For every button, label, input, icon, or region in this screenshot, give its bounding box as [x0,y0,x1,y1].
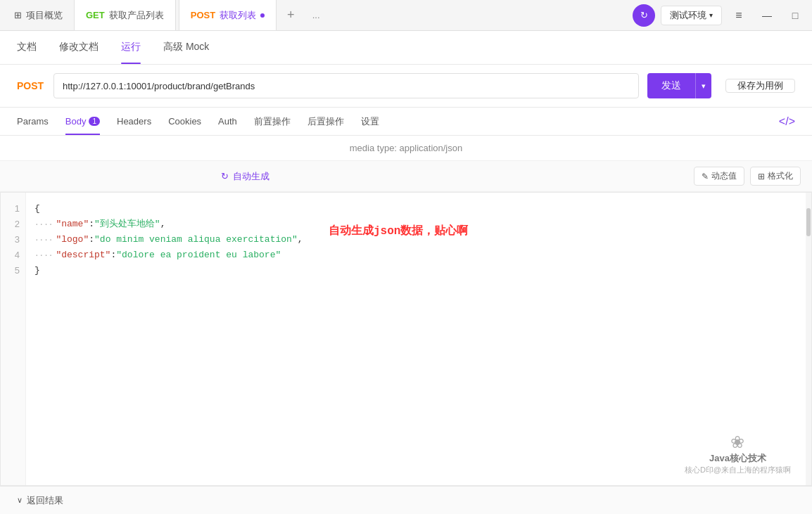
format-button[interactable]: ⊞ 格式化 [750,167,801,186]
watermark-icon: ❀ [685,432,791,452]
return-result-label: 返回结果 [27,494,63,507]
auto-gen-button[interactable]: ↻ 自动生成 [221,170,269,183]
media-type-bar: media type: application/json [0,136,812,161]
subnav-run[interactable]: 运行 [121,31,141,64]
code-toggle-icon[interactable]: </> [779,115,795,128]
line-numbers: 1 2 3 4 5 [1,193,26,485]
project-overview-tab[interactable]: ⊞ 项目概览 [6,0,71,30]
project-icon: ⊞ [14,10,22,20]
code-line-1: { [34,201,803,217]
chevron-down-icon: ▾ [709,11,713,19]
toolbar-right: ✎ 动态值 ⊞ 格式化 [694,167,801,186]
tab-auth[interactable]: Auth [218,108,237,135]
media-type-label: media type: application/json [350,143,462,153]
env-selector[interactable]: 测试环境 ▾ [661,6,722,25]
chevron-down-icon: ∨ [17,496,23,505]
dynamic-value-button[interactable]: ✎ 动态值 [694,167,744,186]
maximize-button[interactable]: □ [784,4,806,27]
bottom-bar[interactable]: ∨ 返回结果 [0,486,812,514]
minimize-button[interactable]: — [756,4,778,27]
send-button[interactable]: 发送 [647,73,695,98]
body-badge: 1 [89,117,100,126]
unsaved-dot [260,13,265,18]
tab-post-label: 获取列表 [220,9,256,22]
tab-get-method: GET [86,10,105,20]
watermark-subtitle: 核心D印@来自上海的程序猿啊 [685,465,791,475]
tab-post-op[interactable]: 后置操作 [307,108,344,135]
refresh-button[interactable]: ↻ [633,4,655,27]
tab-get-label: 获取产品列表 [109,9,164,22]
maximize-icon: □ [792,10,798,21]
url-bar: POST 发送 ▾ 保存为用例 [0,65,812,108]
subnav-edit-doc[interactable]: 修改文档 [59,31,99,64]
top-bar: ⊞ 项目概览 GET 获取产品列表 POST 获取列表 + ... ↻ 测试环境… [0,0,812,31]
top-bar-actions: ↻ 测试环境 ▾ ≡ — □ [633,4,806,27]
vertical-scrollbar[interactable] [806,193,811,485]
menu-icon: ≡ [735,9,742,22]
send-arrow-button[interactable]: ▾ [695,73,711,98]
tab-settings[interactable]: 设置 [361,108,379,135]
tab-pre-op[interactable]: 前置操作 [254,108,291,135]
tab-cookies[interactable]: Cookies [168,108,201,135]
send-btn-group: 发送 ▾ [647,73,711,98]
auto-gen-icon: ↻ [221,171,229,181]
format-icon: ⊞ [758,172,765,181]
req-tabs: Params Body 1 Headers Cookies Auth 前置操作 … [0,108,812,136]
subnav-mock[interactable]: 高级 Mock [163,31,209,64]
tab-post-method: POST [191,10,215,20]
code-line-4: ···· "descript" : "dolore ea proident eu… [34,248,803,263]
url-input[interactable] [53,73,639,98]
scrollbar-thumb[interactable] [806,208,811,236]
auto-gen-label: 自动生成 [233,170,269,183]
watermark: ❀ Java核心技术 核心D印@来自上海的程序猿啊 [685,432,791,475]
sub-nav: 文档 修改文档 运行 高级 Mock [0,31,812,65]
code-line-5: } [34,263,803,278]
more-button[interactable]: ... [305,4,327,27]
save-as-case-button[interactable]: 保存为用例 [725,79,795,93]
add-tab-button[interactable]: + [279,4,302,27]
tab-body[interactable]: Body 1 [65,108,100,135]
tab-headers[interactable]: Headers [117,108,151,135]
watermark-title: Java核心技术 [685,452,791,465]
tab-params[interactable]: Params [17,108,49,135]
menu-button[interactable]: ≡ [728,4,750,27]
subnav-doc[interactable]: 文档 [17,31,37,64]
method-badge: POST [17,80,45,91]
editor-toolbar: ↻ 自动生成 ✎ 动态值 ⊞ 格式化 [0,161,812,192]
project-label: 项目概览 [26,9,63,22]
env-label: 测试环境 [670,9,706,22]
refresh-icon: ↻ [640,10,648,20]
annotation-text: 自动生成json数据，贴心啊 [329,224,468,239]
pin-icon: ✎ [702,172,709,181]
minimize-icon: — [762,10,772,21]
bottom-bar-title: ∨ 返回结果 [17,494,63,507]
tab-post[interactable]: POST 获取列表 [179,0,277,30]
tab-get[interactable]: GET 获取产品列表 [74,0,176,30]
